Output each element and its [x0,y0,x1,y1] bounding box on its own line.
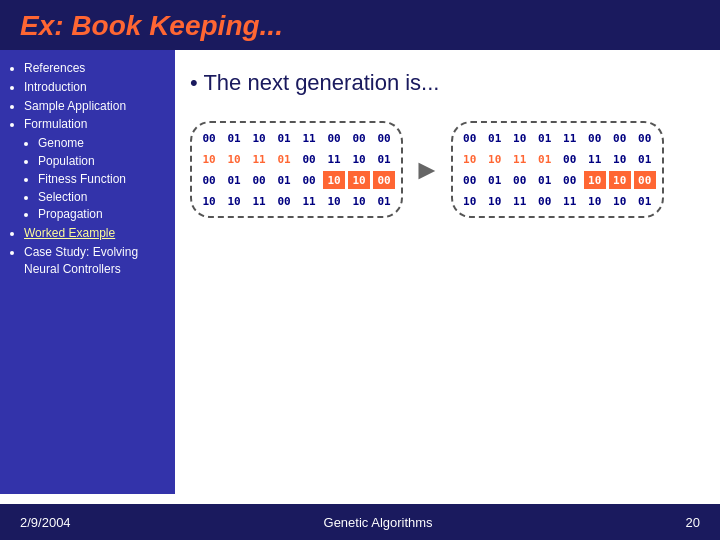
sidebar-item-worked: Worked Example [24,225,167,242]
genome-row: 10 10 11 01 00 11 10 01 [459,150,656,168]
sidebar-item-casestudy: Case Study: Evolving Neural Controllers [24,244,167,278]
next-generation-arrow: ► [413,154,441,186]
genome-row: 10 10 11 00 11 10 10 01 [198,192,395,210]
grids-area: 00 01 10 01 11 00 00 00 10 10 [190,121,705,218]
genome-row: 10 10 11 00 11 10 10 01 [459,192,656,210]
footer-center: Genetic Algorithms [324,515,433,530]
footer: 2/9/2004 Genetic Algorithms 20 [0,504,720,540]
genome-row: 00 01 10 01 11 00 00 00 [198,129,395,147]
slide-title: Ex: Book Keeping... [20,10,283,41]
sidebar-item-formulation: Formulation Genome Population Fitness Fu… [24,116,167,223]
sidebar: References Introduction Sample Applicati… [0,50,175,494]
sidebar-item-references: References [24,60,167,77]
generation-heading: The next generation is... [190,70,705,96]
sidebar-item-introduction: Introduction [24,79,167,96]
genome-row: 00 01 10 01 11 00 00 00 [459,129,656,147]
sidebar-item-population: Population [38,153,167,170]
content-area: References Introduction Sample Applicati… [0,50,720,494]
sidebar-item-fitness: Fitness Function [38,171,167,188]
genome-row: 10 10 11 01 00 11 10 01 [198,150,395,168]
sidebar-item-selection: Selection [38,189,167,206]
genome-row: 00 01 00 01 00 10 10 00 [459,171,656,189]
left-genome-grid: 00 01 10 01 11 00 00 00 10 10 [190,121,403,218]
genome-row: 00 01 00 01 00 10 10 00 [198,171,395,189]
slide: Ex: Book Keeping... References Introduct… [0,0,720,540]
sidebar-item-sample: Sample Application [24,98,167,115]
right-genome-grid: 00 01 10 01 11 00 00 00 10 10 [451,121,664,218]
main-content: The next generation is... 00 01 10 01 11… [175,50,720,494]
sidebar-item-propagation: Propagation [38,206,167,223]
footer-page: 20 [686,515,700,530]
sidebar-item-genome: Genome [38,135,167,152]
title-bar: Ex: Book Keeping... [0,0,720,50]
footer-date: 2/9/2004 [20,515,71,530]
